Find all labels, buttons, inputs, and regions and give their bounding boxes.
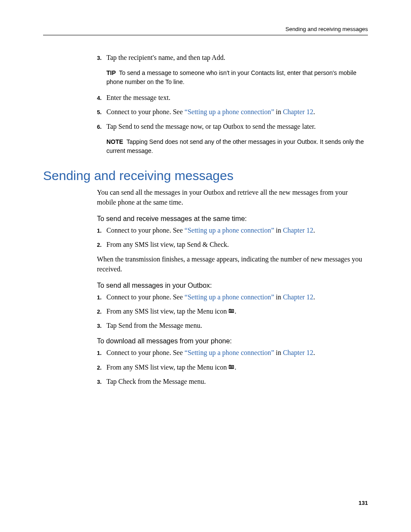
section-heading: Sending and receiving messages: [43, 168, 368, 183]
link-chapter-12[interactable]: Chapter 12: [283, 349, 314, 356]
tip-label: TIP: [106, 69, 116, 76]
link-setting-up-phone[interactable]: “Setting up a phone connection”: [184, 227, 274, 234]
steps-continued-2: 4. Enter the message text. 5. Connect to…: [97, 93, 368, 131]
note-text: Tapping Send does not send any of the ot…: [106, 138, 364, 154]
text: Connect to your phone. See: [106, 349, 184, 356]
text: From any SMS list view, tap the Menu ico…: [106, 308, 228, 315]
step-text: From any SMS list view, tap the Menu ico…: [106, 306, 368, 316]
step-text: Tap Send to send the message now, or tap…: [106, 121, 368, 131]
text: in: [274, 293, 283, 301]
text: From any SMS list view, tap the Menu ico…: [106, 364, 228, 371]
text: .: [313, 227, 315, 234]
step: 1. Connect to your phone. See “Setting u…: [97, 348, 368, 358]
step-text: From any SMS list view, tap the Menu ico…: [106, 362, 368, 372]
text: Connect to your phone. See: [106, 108, 184, 115]
step-text: Tap Check from the Message menu.: [106, 376, 368, 386]
page-number: 131: [358, 500, 368, 506]
step-marker: 5.: [97, 109, 106, 117]
step: 1. Connect to your phone. See “Setting u…: [97, 292, 368, 302]
link-chapter-12[interactable]: Chapter 12: [283, 227, 314, 234]
text: .: [313, 349, 315, 356]
step-marker: 1.: [97, 227, 106, 235]
step-marker: 3.: [97, 378, 106, 386]
step-4: 4. Enter the message text.: [97, 93, 368, 103]
content: 3. Tap the recipient's name, and then ta…: [97, 53, 368, 156]
step-marker: 3.: [97, 322, 106, 330]
text: .: [234, 364, 236, 371]
step-text: Connect to your phone. See “Setting up a…: [106, 292, 368, 302]
menu-icon: [228, 364, 234, 370]
step-marker: 1.: [97, 294, 106, 302]
text: in: [274, 227, 283, 234]
link-setting-up-phone[interactable]: “Setting up a phone connection”: [184, 108, 274, 115]
text: .: [313, 293, 315, 301]
step-text: Connect to your phone. See “Setting up a…: [106, 225, 368, 235]
step: 2. From any SMS list view, tap the Menu …: [97, 306, 368, 316]
text: Connect to your phone. See: [106, 293, 184, 301]
after-text: When the transmission finishes, a messag…: [97, 254, 368, 274]
subhead: To download all messages from your phone…: [97, 337, 368, 345]
step-text: Tap Send from the Message menu.: [106, 320, 368, 330]
step-6: 6. Tap Send to send the message now, or …: [97, 121, 368, 131]
subhead: To send and receive messages at the same…: [97, 215, 368, 223]
text: in: [274, 108, 283, 115]
link-chapter-12[interactable]: Chapter 12: [283, 293, 314, 301]
step-marker: 4.: [97, 94, 106, 103]
step-5: 5. Connect to your phone. See “Setting u…: [97, 107, 368, 117]
step-marker: 3.: [97, 54, 106, 62]
steps-s3: 1. Connect to your phone. See “Setting u…: [97, 348, 368, 386]
steps-s2: 1. Connect to your phone. See “Setting u…: [97, 292, 368, 331]
steps-s1: 1. Connect to your phone. See “Setting u…: [97, 225, 368, 249]
steps-continued: 3. Tap the recipient's name, and then ta…: [97, 53, 368, 62]
note-label: NOTE: [106, 138, 123, 145]
step-text: Enter the message text.: [106, 93, 368, 103]
step-marker: 2.: [97, 364, 106, 372]
step-marker: 2.: [97, 308, 106, 316]
tip-callout: TIP To send a message to someone who isn…: [106, 68, 368, 87]
step-text: Connect to your phone. See “Setting up a…: [106, 348, 368, 358]
text: in: [274, 349, 283, 356]
step: 2. From any SMS list view, tap the Menu …: [97, 362, 368, 372]
step: 2. From any SMS list view, tap Send & Ch…: [97, 240, 368, 249]
menu-icon: [228, 308, 234, 314]
step-3: 3. Tap the recipient's name, and then ta…: [97, 53, 368, 62]
note-callout: NOTE Tapping Send does not send any of t…: [106, 137, 368, 156]
text: .: [313, 108, 315, 115]
subhead: To send all messages in your Outbox:: [97, 282, 368, 289]
tip-text: To send a message to someone who isn't i…: [106, 69, 356, 85]
step-marker: 2.: [97, 241, 106, 249]
link-setting-up-phone[interactable]: “Setting up a phone connection”: [184, 349, 274, 356]
step: 3. Tap Check from the Message menu.: [97, 376, 368, 386]
link-chapter-12[interactable]: Chapter 12: [283, 108, 314, 115]
step-marker: 6.: [97, 123, 106, 131]
step-text: From any SMS list view, tap Send & Check…: [106, 240, 368, 249]
text: Connect to your phone. See: [106, 227, 184, 234]
running-header: Sending and receiving messages: [43, 26, 368, 35]
text: .: [234, 308, 236, 315]
step-text: Tap the recipient's name, and then tap A…: [106, 53, 368, 62]
page: Sending and receiving messages 3. Tap th…: [0, 0, 411, 532]
intro-text: You can send all the messages in your Ou…: [97, 187, 368, 207]
step-text: Connect to your phone. See “Setting up a…: [106, 107, 368, 117]
section-body: You can send all the messages in your Ou…: [97, 187, 368, 386]
step: 1. Connect to your phone. See “Setting u…: [97, 225, 368, 235]
step: 3. Tap Send from the Message menu.: [97, 320, 368, 330]
step-marker: 1.: [97, 349, 106, 358]
link-setting-up-phone[interactable]: “Setting up a phone connection”: [184, 293, 274, 301]
